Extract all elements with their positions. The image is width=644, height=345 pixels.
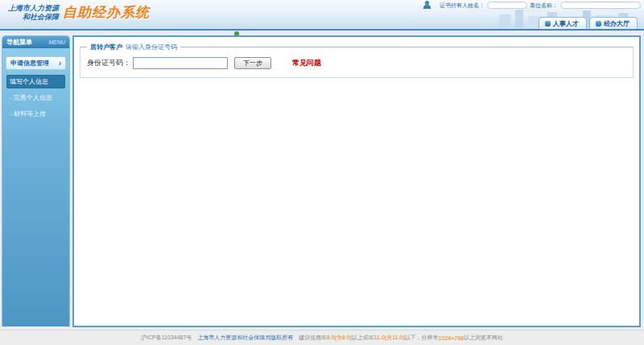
tab-service-hall[interactable]: 经办大厅: [589, 17, 638, 29]
icp-number: 沪ICP备11034487号: [141, 334, 192, 342]
sidebar-group-label: 申请信息管理: [10, 59, 49, 68]
user-info-bar: 证书持有人姓名： 单位名称：: [423, 1, 641, 10]
sidebar-group-application-info[interactable]: 申请信息管理 ›: [6, 56, 66, 70]
sidebar: 导航菜单 MENU 申请信息管理 › 填写个人信息 - 完善个人信息 - 材料等…: [2, 35, 70, 327]
id-entry-fieldset: 居转户客户 请输入身份证号码 身份证号码： 下一步 常见问题: [80, 47, 634, 78]
resolution-value: 1024×768: [439, 335, 464, 341]
building-icon: [596, 21, 601, 27]
sidebar-header: 导航菜单 MENU: [2, 36, 69, 48]
browser-version-2: 11.0(含11.0): [374, 334, 405, 342]
sidebar-item-complete-personal-info[interactable]: - 完善个人信息: [6, 91, 65, 105]
menu-tag: MENU: [48, 39, 65, 45]
id-number-input[interactable]: [133, 57, 228, 69]
sidebar-title: 导航菜单: [6, 38, 32, 47]
faq-link[interactable]: 常见问题: [292, 58, 321, 68]
cert-holder-input[interactable]: [487, 2, 527, 9]
legend-customer-type: 居转户客户: [90, 43, 122, 51]
person-icon: [423, 1, 432, 10]
logo-line-1: 上海市人力资源: [8, 4, 59, 13]
id-form-row: 身份证号码： 下一步 常见问题: [87, 57, 626, 69]
browser-version-1: 8.0(含8.0): [327, 334, 352, 342]
logo-line-2: 和社会保障: [23, 13, 59, 22]
browser-advice-3: 以下，分辨率: [405, 334, 439, 342]
sidebar-item-fill-personal-info[interactable]: 填写个人信息: [6, 75, 65, 88]
browser-advice-1: 建议使用IE: [299, 334, 327, 342]
legend-instruction: 请输入身份证号码: [126, 43, 177, 51]
tab-label: 经办大厅: [604, 19, 630, 28]
tab-personnel-talent[interactable]: 人事人才: [539, 17, 587, 29]
chevron-right-icon: ›: [59, 60, 61, 67]
cert-holder-label: 证书持有人姓名：: [440, 2, 485, 10]
sidebar-item-material-upload[interactable]: - 材料等上传: [6, 107, 65, 121]
copyright-text[interactable]: 上海市人力资源和社会保障局版权所有: [197, 334, 293, 342]
people-icon: [545, 21, 551, 27]
page: 上海市人力资源 和社会保障 自助经办系统 证书持有人姓名： 单位名称：: [0, 0, 644, 345]
top-nav-tabs: 人事人才 经办大厅: [539, 17, 638, 29]
browser-advice-2: 以上或IE: [352, 334, 374, 342]
header: 上海市人力资源 和社会保障 自助经办系统 证书持有人姓名： 单位名称：: [0, 0, 644, 31]
next-step-button[interactable]: 下一步: [234, 57, 271, 69]
id-number-label: 身份证号码：: [87, 58, 130, 68]
browser-advice-4: 以上浏览本网站: [464, 334, 503, 342]
tab-label: 人事人才: [553, 19, 579, 28]
fieldset-legend: 居转户客户 请输入身份证号码: [87, 43, 180, 51]
app-logo: 上海市人力资源 和社会保障 自助经办系统: [8, 3, 150, 22]
footer: 沪ICP备11034487号 上海市人力资源和社会保障局版权所有 建议使用IE …: [0, 330, 644, 345]
sidebar-sub-list: 填写个人信息 - 完善个人信息 - 材料等上传: [2, 75, 69, 121]
logo-subtitle: 上海市人力资源 和社会保障: [8, 4, 59, 22]
unit-name-label: 单位名称：: [530, 2, 558, 10]
main-content-panel: 居转户客户 请输入身份证号码 身份证号码： 下一步 常见问题: [72, 35, 641, 327]
unit-name-input[interactable]: [560, 2, 641, 9]
app-title: 自助经办系统: [63, 3, 150, 22]
